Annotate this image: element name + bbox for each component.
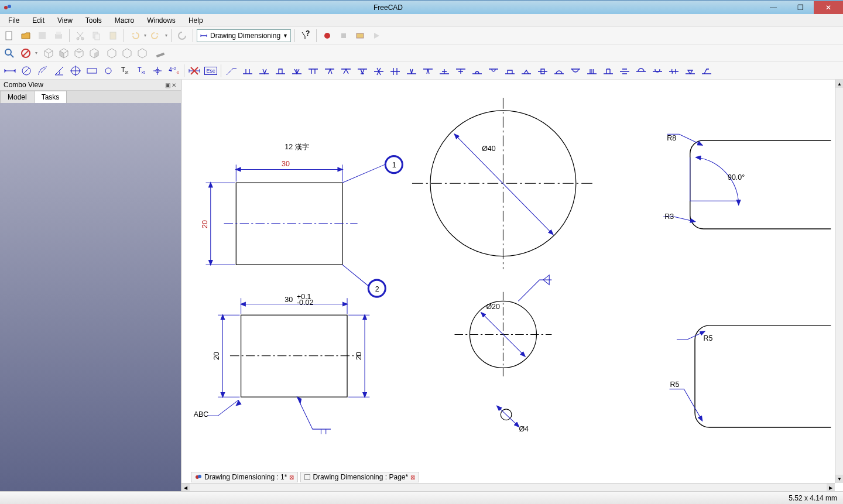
weld-symbol-22-icon[interactable] <box>601 63 616 78</box>
weld-symbol-28-icon[interactable] <box>699 63 714 78</box>
svg-rect-10 <box>110 32 116 39</box>
doc-tab-2[interactable]: Drawing Dimensioning : Page* ⊠ <box>300 472 419 482</box>
tab-model[interactable]: Model <box>0 91 35 103</box>
view-top-icon[interactable] <box>73 47 85 60</box>
vertical-scrollbar[interactable]: ▲▼ <box>835 80 843 483</box>
view-rear-icon[interactable] <box>105 47 118 60</box>
menu-macro[interactable]: Macro <box>109 15 140 26</box>
no-draw-style-icon[interactable] <box>19 46 33 60</box>
weld-symbol-8-icon[interactable] <box>371 63 386 78</box>
view-right-icon[interactable] <box>88 47 101 60</box>
workbench-selector[interactable]: Drawing Dimensioning ▼ <box>197 29 291 42</box>
note-balloon-icon[interactable] <box>84 63 100 78</box>
circular-dim-icon[interactable] <box>19 63 34 78</box>
tolerance-icon[interactable] <box>150 63 165 78</box>
escape-icon[interactable]: Esc <box>203 63 218 78</box>
horizontal-scrollbar[interactable]: ◀▶ <box>181 483 835 491</box>
combo-view-close[interactable]: ✕ <box>172 82 177 88</box>
delete-dim-icon[interactable] <box>187 63 202 78</box>
weld-symbol-19-icon[interactable] <box>551 63 567 78</box>
macros-icon[interactable] <box>353 29 367 43</box>
weld-symbol-24-icon[interactable] <box>633 63 649 78</box>
new-icon[interactable] <box>2 29 16 43</box>
weld-symbol-13-icon[interactable] <box>453 63 468 78</box>
balloon-1: 1 <box>392 161 396 169</box>
radius-dim-icon[interactable] <box>35 63 50 78</box>
dim-r5b: R5 <box>670 380 680 389</box>
weld-symbol-10-icon[interactable] <box>404 63 419 78</box>
toolbar-main: ▾ ▾ Drawing Dimensioning ▼ ? <box>0 27 843 44</box>
linear-dim-icon[interactable] <box>2 63 18 78</box>
maximize-button[interactable]: ❐ <box>787 1 814 14</box>
weld-symbol-16-icon[interactable] <box>502 63 518 78</box>
weld-symbol-27-icon[interactable] <box>683 63 698 78</box>
save-icon[interactable] <box>35 29 49 43</box>
view-iso-icon[interactable] <box>42 47 55 60</box>
svg-rect-54 <box>241 315 347 397</box>
weld-symbol-12-icon[interactable] <box>437 63 452 78</box>
menu-help[interactable]: Help <box>183 15 209 26</box>
tol-edit-icon[interactable]: 4+2-0 <box>166 63 181 78</box>
weld-symbol-25-icon[interactable] <box>650 63 665 78</box>
menu-tools[interactable]: Tools <box>80 15 108 26</box>
drawing-canvas[interactable]: 12 漢字 30 20 1 2 <box>181 80 843 491</box>
svg-point-72 <box>198 475 201 478</box>
weld-symbol-17-icon[interactable] <box>519 63 534 78</box>
weld-symbol-1-icon[interactable] <box>256 63 272 78</box>
document-tabs: Drawing Dimensioning : 1* ⊠ Drawing Dime… <box>191 471 419 483</box>
cut-icon[interactable] <box>73 29 87 43</box>
paste-icon[interactable] <box>106 29 120 43</box>
stop-macro-icon[interactable] <box>337 29 351 43</box>
combo-view-undock[interactable]: ▣ <box>165 82 172 88</box>
view-left-icon[interactable] <box>136 47 149 60</box>
record-macro-icon[interactable] <box>320 29 334 43</box>
angle-dim-icon[interactable] <box>52 63 67 78</box>
center-circle-icon[interactable] <box>101 63 116 78</box>
svg-rect-14 <box>341 33 346 38</box>
weld-symbol-20-icon[interactable] <box>568 63 583 78</box>
menu-edit[interactable]: Edit <box>26 15 50 26</box>
redo-icon[interactable] <box>149 29 163 43</box>
refresh-icon[interactable] <box>175 29 189 43</box>
weld-symbol-11-icon[interactable] <box>420 63 436 78</box>
weld-symbol-4-icon[interactable] <box>306 63 321 78</box>
view-front-icon[interactable] <box>57 47 70 60</box>
doc-tab-2-close[interactable]: ⊠ <box>410 474 415 481</box>
weld-leader-icon[interactable] <box>224 63 239 78</box>
weld-symbol-2-icon[interactable] <box>273 63 288 78</box>
doc-tab-1-close[interactable]: ⊠ <box>289 474 294 481</box>
zoom-icon[interactable] <box>2 46 16 60</box>
print-icon[interactable] <box>52 29 66 43</box>
weld-symbol-5-icon[interactable] <box>322 63 337 78</box>
view-bottom-icon[interactable] <box>121 47 133 60</box>
weld-symbol-9-icon[interactable] <box>388 63 403 78</box>
tab-tasks[interactable]: Tasks <box>34 91 67 103</box>
weld-symbol-21-icon[interactable] <box>584 63 599 78</box>
menu-view[interactable]: View <box>52 15 78 26</box>
whats-this-icon[interactable]: ? <box>299 29 313 43</box>
text-icon[interactable]: Txt <box>117 63 132 78</box>
weld-symbol-0-icon[interactable] <box>240 63 255 78</box>
execute-macro-icon[interactable] <box>369 29 383 43</box>
undo-icon[interactable] <box>128 29 142 43</box>
close-button[interactable]: ✕ <box>814 1 843 14</box>
menu-file[interactable]: File <box>2 15 25 26</box>
weld-symbol-7-icon[interactable] <box>355 63 370 78</box>
weld-symbol-15-icon[interactable] <box>486 63 501 78</box>
minimize-button[interactable]: — <box>760 1 787 14</box>
weld-symbol-18-icon[interactable] <box>535 63 550 78</box>
weld-symbols-group <box>240 63 714 78</box>
weld-symbol-26-icon[interactable] <box>666 63 681 78</box>
copy-icon[interactable] <box>90 29 104 43</box>
center-mark-icon[interactable] <box>68 63 83 78</box>
weld-symbol-14-icon[interactable] <box>470 63 485 78</box>
weld-symbol-6-icon[interactable] <box>338 63 354 78</box>
open-icon[interactable] <box>19 29 33 43</box>
doc-tab-1[interactable]: Drawing Dimensioning : 1* ⊠ <box>191 472 298 482</box>
text-edit-icon[interactable]: Txt <box>133 63 149 78</box>
weld-symbol-23-icon[interactable] <box>617 63 632 78</box>
measure-icon[interactable] <box>153 46 167 60</box>
weld-symbol-3-icon[interactable] <box>289 63 304 78</box>
combo-view-header: Combo View ▣ ✕ <box>0 80 181 91</box>
menu-windows[interactable]: Windows <box>141 15 181 26</box>
